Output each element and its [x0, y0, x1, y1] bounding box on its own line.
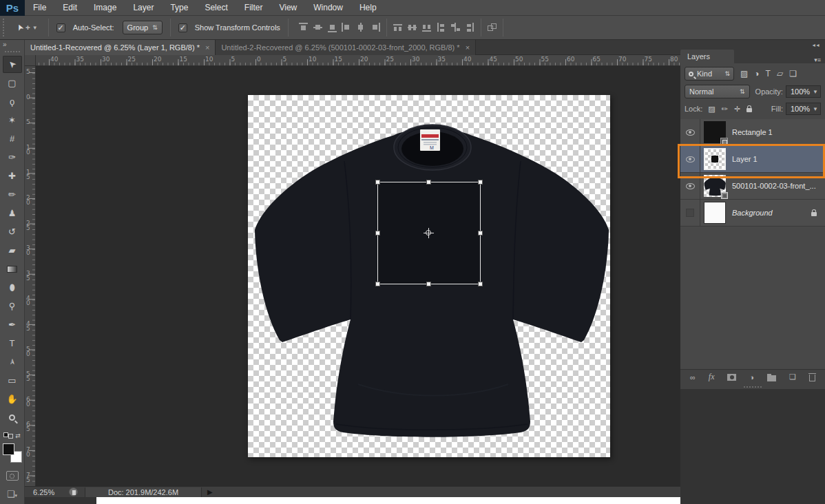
lock-all-icon[interactable] [746, 108, 752, 112]
visibility-toggle[interactable] [680, 119, 700, 145]
layer-row-background[interactable]: Background [680, 200, 825, 227]
swap-colors-icon[interactable]: ⇄ [15, 432, 21, 439]
blend-mode-dropdown[interactable]: Normal ⇅ [685, 85, 750, 98]
auto-select-target-dropdown[interactable]: Group ⇅ [123, 21, 163, 34]
rectangular-marquee-tool[interactable]: ▢ [3, 74, 22, 92]
quick-mask-button[interactable] [6, 471, 19, 481]
close-icon[interactable]: × [205, 43, 209, 52]
lock-position-icon[interactable]: ✛ [734, 105, 740, 114]
opacity-field[interactable]: 100% ▼ [786, 85, 821, 98]
history-brush-tool[interactable]: ↺ [3, 223, 22, 240]
link-layers-button[interactable]: ∞ [690, 373, 696, 381]
new-adjustment-layer-button[interactable]: ◑ [749, 373, 754, 381]
brush-tool[interactable]: ✏ [3, 186, 22, 203]
distribute-vertical-centers-icon[interactable] [407, 23, 417, 32]
tab-layers[interactable]: Layers [680, 50, 734, 63]
transform-handle-bottom-left[interactable] [375, 282, 380, 286]
menu-type[interactable]: Type [162, 0, 196, 16]
auto-select-checkbox[interactable]: ✓ [56, 23, 65, 32]
add-layer-mask-button[interactable] [727, 374, 736, 381]
align-top-edges-icon[interactable] [298, 23, 309, 32]
panel-resize-grip[interactable] [680, 384, 825, 389]
menu-image[interactable]: Image [85, 0, 125, 16]
foreground-background-swatches[interactable] [3, 443, 22, 463]
layer-thumbnail[interactable] [704, 202, 726, 224]
menu-help[interactable]: Help [351, 0, 385, 16]
menu-filter[interactable]: Filter [236, 0, 271, 16]
zoom-tool[interactable] [3, 409, 22, 426]
pen-tool[interactable]: ✒ [3, 316, 22, 333]
close-icon[interactable]: × [466, 43, 470, 52]
filter-shape-layers-icon[interactable]: ▱ [777, 69, 783, 78]
tool-preset-picker[interactable]: ➤ ✛ ▼ [14, 23, 41, 32]
new-group-button[interactable] [767, 373, 776, 381]
rectangle-tool[interactable]: ▭ [3, 372, 22, 389]
layer-styles-button[interactable]: fx [709, 372, 715, 382]
transform-handle-bottom-center[interactable] [426, 282, 431, 286]
layer-row-rectangle-1[interactable]: Rectangle 1 [680, 119, 825, 146]
menu-edit[interactable]: Edit [54, 0, 85, 16]
show-transform-checkbox[interactable]: ✓ [178, 23, 187, 32]
layer-thumbnail[interactable] [704, 121, 726, 143]
magic-wand-tool[interactable]: ✶ [3, 112, 22, 129]
move-tool[interactable]: ➤ [3, 56, 22, 73]
fill-field[interactable]: 100% ▼ [786, 103, 821, 115]
visibility-toggle[interactable] [680, 200, 700, 226]
menu-window[interactable]: Window [305, 0, 351, 16]
distribute-bottom-edges-icon[interactable] [421, 23, 432, 32]
transform-handle-top-center[interactable] [426, 180, 431, 185]
align-bottom-edges-icon[interactable] [327, 23, 337, 32]
eraser-tool[interactable]: ▰ [3, 242, 22, 259]
align-right-edges-icon[interactable] [370, 23, 381, 32]
visibility-empty-checkbox[interactable] [686, 209, 694, 217]
menu-file[interactable]: File [25, 0, 54, 16]
gradient-tool[interactable] [3, 260, 22, 277]
crop-tool[interactable]: # [3, 130, 22, 147]
delete-layer-button[interactable] [809, 373, 815, 381]
eyedropper-tool[interactable]: ✑ [3, 149, 22, 166]
toolbar-collapse-button[interactable]: » [0, 40, 10, 49]
filter-type-layers-icon[interactable]: T [766, 69, 771, 78]
transform-handle-middle-right[interactable] [478, 231, 483, 235]
new-layer-button[interactable]: ❏ [789, 372, 796, 381]
zoom-level-field[interactable]: 6.25% [33, 488, 69, 496]
distribute-horizontal-centers-icon[interactable] [450, 23, 461, 32]
transform-handle-bottom-right[interactable] [478, 282, 483, 286]
menu-view[interactable]: View [271, 0, 305, 16]
transform-bounding-box[interactable] [377, 182, 481, 284]
filter-adjustment-layers-icon[interactable]: ◑ [754, 69, 759, 78]
align-vertical-centers-icon[interactable] [313, 23, 323, 32]
spot-healing-brush-tool[interactable]: ✚ [3, 167, 22, 185]
align-left-edges-icon[interactable] [342, 23, 352, 32]
document-tab-1[interactable]: Untitled-1-Recovered @ 6.25% (Layer 1, R… [25, 40, 216, 55]
filter-smart-objects-icon[interactable]: ❏ [789, 69, 797, 78]
status-options-arrow-icon[interactable]: ▶ [207, 488, 213, 496]
panel-menu-icon[interactable]: ▾≡ [814, 56, 825, 63]
menu-select[interactable]: Select [196, 0, 236, 16]
distribute-left-edges-icon[interactable] [436, 23, 446, 32]
lasso-tool[interactable]: ϙ [3, 93, 22, 110]
path-selection-tool[interactable]: ➢ [3, 353, 22, 370]
clone-stamp-tool[interactable]: ♟ [3, 204, 22, 222]
foreground-color-swatch[interactable] [3, 443, 14, 455]
lock-transparent-pixels-icon[interactable]: ▨ [708, 105, 715, 114]
default-swap-colors[interactable]: ⇄ [3, 432, 21, 439]
distribute-top-edges-icon[interactable] [393, 23, 403, 32]
distribute-right-edges-icon[interactable] [465, 23, 475, 32]
document-tab-2[interactable]: Untitled-2-Recovered @ 6.25% (500101-000… [216, 40, 476, 55]
filter-kind-dropdown[interactable]: Kind ⇅ [685, 67, 734, 81]
menu-layer[interactable]: Layer [125, 0, 162, 16]
transform-handle-top-left[interactable] [375, 180, 380, 185]
screen-mode-button[interactable]: ❑▾ [7, 489, 17, 499]
transform-handle-top-right[interactable] [478, 180, 483, 185]
hand-tool[interactable]: ✋ [3, 390, 22, 408]
auto-align-layers-icon[interactable] [487, 23, 497, 32]
canvas[interactable]: M [248, 95, 610, 457]
blur-tool[interactable]: ⬮ [3, 279, 22, 296]
dodge-tool[interactable]: ⚲ [3, 297, 22, 315]
type-tool[interactable]: T [3, 335, 22, 352]
transform-handle-middle-left[interactable] [375, 231, 380, 235]
document-size-field[interactable]: Doc: 201.9M/242.6M [85, 487, 202, 497]
align-horizontal-centers-icon[interactable] [356, 23, 366, 32]
lock-image-pixels-icon[interactable]: ✏ [722, 105, 728, 114]
